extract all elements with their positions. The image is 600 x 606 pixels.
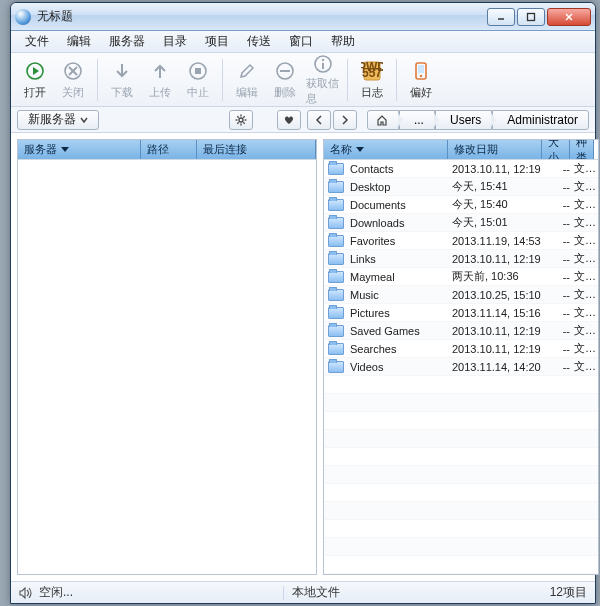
- menu-0[interactable]: 文件: [17, 31, 57, 52]
- toolbar-pref-button[interactable]: 偏好: [403, 56, 439, 104]
- file-row[interactable]: Links2013.10.11, 12:19--文...: [324, 250, 598, 268]
- new-server-button[interactable]: 新服务器: [17, 110, 99, 130]
- new-server-label: 新服务器: [28, 111, 76, 128]
- minimize-button[interactable]: [487, 8, 515, 26]
- nav-back-button[interactable]: [307, 110, 331, 130]
- subbar: 新服务器 ... Users Administrator: [11, 107, 595, 133]
- statusbar: 空闲... 本地文件 12项目: [11, 581, 595, 603]
- file-name: Saved Games: [350, 325, 452, 337]
- file-size: --: [546, 253, 574, 265]
- menu-6[interactable]: 窗口: [281, 31, 321, 52]
- close-button[interactable]: [547, 8, 591, 26]
- toolbar-delete-button[interactable]: 删除: [267, 56, 303, 104]
- file-name: Favorites: [350, 235, 452, 247]
- file-row[interactable]: Saved Games2013.10.11, 12:19--文...: [324, 322, 598, 340]
- file-row[interactable]: Downloads今天, 15:01--文...: [324, 214, 598, 232]
- maximize-button[interactable]: [517, 8, 545, 26]
- favorite-button[interactable]: [277, 110, 301, 130]
- column-header[interactable]: 路径: [141, 140, 197, 159]
- toolbar-log-button[interactable]: PWD557日志: [354, 56, 390, 104]
- menu-1[interactable]: 编辑: [59, 31, 99, 52]
- folder-icon: [328, 361, 344, 373]
- breadcrumb-home[interactable]: [367, 110, 399, 130]
- file-row[interactable]: Searches2013.10.11, 12:19--文...: [324, 340, 598, 358]
- file-row[interactable]: Music2013.10.25, 15:10--文...: [324, 286, 598, 304]
- app-window: 无标题 文件编辑服务器目录项目传送窗口帮助 打开关闭下载上传中止编辑删除获取信息…: [10, 2, 596, 604]
- file-size: --: [546, 181, 574, 193]
- empty-row: [324, 502, 598, 520]
- status-right: 12项目: [550, 584, 587, 601]
- toolbar-getinfo-button[interactable]: 获取信息: [305, 56, 341, 104]
- breadcrumb-item[interactable]: Administrator: [492, 110, 589, 130]
- app-icon: [15, 9, 31, 25]
- column-header[interactable]: 修改日期: [448, 140, 542, 159]
- file-name: Music: [350, 289, 452, 301]
- empty-row: [324, 376, 598, 394]
- menu-3[interactable]: 目录: [155, 31, 195, 52]
- toolbar-abort-button[interactable]: 中止: [180, 56, 216, 104]
- column-header[interactable]: 大小: [542, 140, 570, 159]
- file-size: --: [546, 163, 574, 175]
- column-header[interactable]: 种类: [570, 140, 594, 159]
- toolbar-label: 上传: [149, 85, 171, 100]
- svg-point-20: [420, 75, 422, 77]
- sound-icon: [19, 587, 33, 599]
- nav-forward-button[interactable]: [333, 110, 357, 130]
- stop-icon: [186, 59, 210, 83]
- file-size: --: [546, 217, 574, 229]
- file-rows[interactable]: Contacts2013.10.11, 12:19--文...Desktop今天…: [324, 160, 598, 574]
- file-row[interactable]: Maymeal两天前, 10:36--文...: [324, 268, 598, 286]
- toolbar-edit-button[interactable]: 编辑: [229, 56, 265, 104]
- file-row[interactable]: Desktop今天, 15:41--文...: [324, 178, 598, 196]
- server-columns: 服务器路径最后连接: [18, 140, 316, 160]
- menu-5[interactable]: 传送: [239, 31, 279, 52]
- heart-icon: [283, 114, 295, 126]
- file-row[interactable]: Favorites2013.11.19, 14:53--文...: [324, 232, 598, 250]
- menu-2[interactable]: 服务器: [101, 31, 153, 52]
- breadcrumb-item[interactable]: Users: [435, 110, 492, 130]
- file-row[interactable]: Documents今天, 15:40--文...: [324, 196, 598, 214]
- toolbar-close-button[interactable]: 关闭: [55, 56, 91, 104]
- folder-icon: [328, 289, 344, 301]
- file-row[interactable]: Videos2013.11.14, 14:20--文...: [324, 358, 598, 376]
- svg-line-29: [237, 122, 238, 123]
- file-name: Maymeal: [350, 271, 452, 283]
- server-rows[interactable]: [18, 160, 316, 574]
- file-name: Documents: [350, 199, 452, 211]
- gear-button[interactable]: [229, 110, 253, 130]
- breadcrumb-more[interactable]: ...: [399, 110, 435, 130]
- titlebar[interactable]: 无标题: [11, 3, 595, 31]
- content-area: 服务器路径最后连接 名称修改日期大小种类 Contacts2013.10.11,…: [11, 133, 595, 581]
- folder-icon: [328, 307, 344, 319]
- file-row[interactable]: Pictures2013.11.14, 15:16--文...: [324, 304, 598, 322]
- toolbar-upload-button[interactable]: 上传: [142, 56, 178, 104]
- toolbar-label: 下载: [111, 85, 133, 100]
- file-kind: 文...: [574, 233, 598, 248]
- breadcrumb: ... Users Administrator: [367, 110, 589, 130]
- svg-rect-19: [418, 65, 424, 73]
- folder-icon: [328, 181, 344, 193]
- menubar: 文件编辑服务器目录项目传送窗口帮助: [11, 31, 595, 53]
- menu-4[interactable]: 项目: [197, 31, 237, 52]
- column-header[interactable]: 服务器: [18, 140, 141, 159]
- column-header[interactable]: 最后连接: [197, 140, 316, 159]
- svg-point-13: [322, 58, 324, 60]
- folder-icon: [328, 217, 344, 229]
- status-mid: 本地文件: [292, 584, 340, 601]
- file-date: 2013.11.14, 14:20: [452, 361, 546, 373]
- column-header[interactable]: 名称: [324, 140, 448, 159]
- menu-7[interactable]: 帮助: [323, 31, 363, 52]
- file-kind: 文...: [574, 305, 598, 320]
- file-date: 2013.10.11, 12:19: [452, 343, 546, 355]
- empty-row: [324, 556, 598, 574]
- folder-icon: [328, 163, 344, 175]
- file-name: Videos: [350, 361, 452, 373]
- file-size: --: [546, 343, 574, 355]
- file-date: 2013.10.11, 12:19: [452, 325, 546, 337]
- file-row[interactable]: Contacts2013.10.11, 12:19--文...: [324, 160, 598, 178]
- folder-icon: [328, 271, 344, 283]
- status-left: 空闲...: [39, 584, 73, 601]
- toolbar-open-button[interactable]: 打开: [17, 56, 53, 104]
- svg-point-21: [239, 118, 243, 122]
- toolbar-download-button[interactable]: 下载: [104, 56, 140, 104]
